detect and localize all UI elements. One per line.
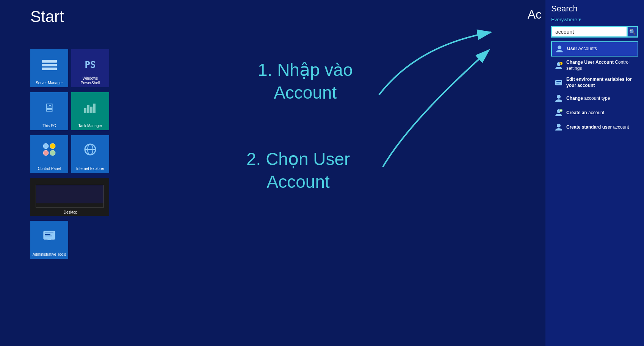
svg-point-17 — [558, 46, 561, 49]
tiles-grid: Server Manager PS Windows PowerShell 🖥 T… — [30, 49, 109, 261]
tile-server-manager[interactable]: Server Manager — [30, 49, 68, 87]
svg-point-28 — [557, 124, 561, 127]
search-button[interactable]: 🔍 — [628, 26, 638, 38]
tile-label-admintools: Administrative Tools — [32, 252, 67, 257]
tile-label-controlpanel: Control Panel — [32, 167, 67, 171]
instruction-2-line1: 2. Chọn User — [246, 148, 350, 171]
result-edit-env-text: Edit environment variables for your acco… — [566, 77, 635, 88]
result-change-uac-text: Change User Account Control settings — [566, 60, 635, 71]
tile-label-taskmanager: Task Manager — [73, 124, 108, 128]
instruction-1-line2: Account — [258, 82, 353, 104]
tile-administrative-tools[interactable]: Administrative Tools — [30, 221, 68, 259]
create-standard-icon — [554, 123, 563, 132]
tile-task-manager[interactable]: Task Manager — [71, 92, 109, 130]
svg-point-6 — [43, 150, 49, 156]
server-icon — [42, 60, 57, 70]
tile-control-panel[interactable]: Control Panel — [30, 135, 68, 173]
tile-label-desktop: Desktop — [33, 210, 108, 215]
result-create-standard-text: Create standard user account — [566, 124, 629, 131]
create-account-icon: + — [554, 108, 563, 117]
svg-point-5 — [50, 143, 55, 149]
instruction-1: 1. Nhập vào Account — [258, 59, 353, 104]
right-panel: Search Everywhere 🔍 User Accounts ! — [545, 0, 644, 346]
instruction-2: 2. Chọn User Account — [246, 148, 350, 193]
svg-rect-22 — [556, 81, 561, 82]
start-label: Start — [30, 8, 64, 26]
search-input[interactable] — [551, 26, 628, 38]
result-change-account-type[interactable]: Change account type — [551, 91, 638, 105]
edit-env-icon — [554, 78, 563, 87]
taskmanager-icon — [83, 101, 97, 115]
result-create-account-text: Create an account — [566, 110, 604, 116]
svg-rect-12 — [45, 233, 53, 233]
svg-point-4 — [43, 143, 49, 149]
svg-rect-3 — [93, 104, 96, 113]
result-user-accounts-text: User Accounts — [567, 46, 597, 52]
svg-text:!: ! — [560, 62, 561, 65]
instruction-1-line1: 1. Nhập vào — [258, 59, 353, 82]
tile-label-ie: Internet Explorer — [73, 167, 108, 171]
svg-rect-11 — [44, 231, 55, 239]
user-accounts-icon — [555, 44, 564, 53]
tile-windows-powershell[interactable]: PS Windows PowerShell — [71, 49, 109, 87]
svg-point-7 — [50, 150, 55, 156]
tile-desktop[interactable]: Desktop — [30, 178, 109, 216]
change-account-type-icon — [554, 94, 563, 103]
instruction-2-line2: Account — [246, 171, 350, 193]
search-box-row: 🔍 — [551, 26, 638, 38]
admintools-icon — [42, 228, 56, 245]
result-edit-env[interactable]: Edit environment variables for your acco… — [551, 74, 638, 91]
search-title: Search — [551, 4, 638, 14]
result-change-uac[interactable]: ! Change User Account Control settings — [551, 57, 638, 74]
tile-label-thispc: This PC — [32, 124, 67, 128]
powershell-icon: PS — [85, 60, 96, 70]
svg-rect-13 — [45, 234, 50, 235]
tile-label-powershell: Windows PowerShell — [73, 76, 108, 85]
result-change-account-type-text: Change account type — [566, 96, 610, 102]
change-uac-icon: ! — [554, 61, 563, 70]
controlpanel-icon — [42, 142, 56, 159]
svg-rect-1 — [87, 105, 89, 113]
tile-this-pc[interactable]: 🖥 This PC — [30, 92, 68, 130]
ie-icon — [83, 142, 97, 159]
tile-label-server: Server Manager — [32, 81, 67, 85]
thispc-icon: 🖥 — [44, 101, 55, 114]
search-filter-dropdown[interactable]: Everywhere — [551, 17, 638, 22]
result-create-standard[interactable]: Create standard user account — [551, 120, 638, 134]
desktop-thumbnail — [36, 185, 104, 208]
svg-rect-0 — [84, 108, 86, 113]
svg-rect-2 — [90, 107, 92, 113]
svg-rect-23 — [556, 83, 559, 83]
header-partial: Ac — [528, 8, 542, 22]
svg-text:+: + — [560, 109, 562, 113]
tile-internet-explorer[interactable]: Internet Explorer — [71, 135, 109, 173]
result-create-account[interactable]: + Create an account — [551, 106, 638, 120]
svg-rect-14 — [45, 236, 52, 236]
result-user-accounts[interactable]: User Accounts — [551, 41, 638, 57]
svg-point-24 — [557, 95, 561, 99]
